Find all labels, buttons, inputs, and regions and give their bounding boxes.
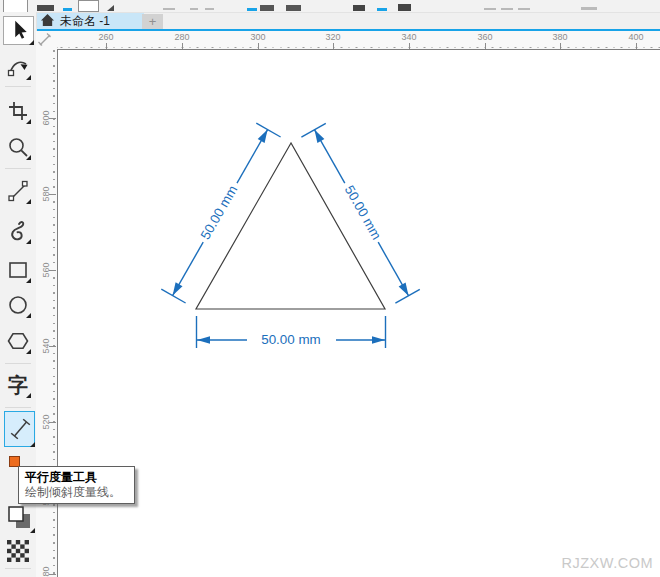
toolbox-divider <box>5 407 31 408</box>
toolbar-icon-fragment <box>190 8 198 10</box>
horizontal-ruler[interactable]: 260280300320340360380400 <box>57 31 660 50</box>
transparency-tool-icon <box>7 540 29 562</box>
toolbar-icon-fragment <box>205 8 214 10</box>
toolbar-icon-fragment <box>501 8 513 10</box>
toolbar-icon-fragment <box>78 0 99 12</box>
toolbar-icon-fragment <box>163 8 175 10</box>
h-ruler-label: 360 <box>477 32 492 42</box>
parallel-dimension-tool[interactable] <box>4 411 35 447</box>
toolbox-divider <box>5 86 31 87</box>
document-tab[interactable]: 未命名 -1 <box>36 13 144 30</box>
pick-tool-icon <box>7 19 29 41</box>
flyout-indicator <box>26 155 31 160</box>
tooltip-body: 绘制倾斜度量线。 <box>25 485 128 499</box>
flyout-indicator <box>26 349 31 354</box>
drop-shadow-tool[interactable] <box>6 504 34 532</box>
h-ruler-label: 300 <box>250 32 265 42</box>
v-ruler-major-tick <box>49 118 56 119</box>
document-tab-bar: 未命名 -1 + <box>36 13 660 29</box>
toolbox-divider <box>5 568 31 569</box>
ellipse-tool[interactable] <box>6 293 30 317</box>
drawing-canvas[interactable]: 50.00 mm 50.00 mm 50.00 mm RJZXW.COM <box>58 50 660 577</box>
v-ruler-major-tick <box>49 346 56 347</box>
h-ruler-major-tick <box>560 43 561 49</box>
flyout-indicator <box>26 393 31 398</box>
flyout-indicator <box>26 278 31 283</box>
h-ruler-label: 320 <box>325 32 340 42</box>
transparency-tool[interactable] <box>7 540 29 562</box>
h-ruler-major-tick <box>106 43 107 49</box>
h-ruler-major-tick <box>182 43 183 49</box>
pick-tool[interactable] <box>3 16 34 45</box>
flyout-indicator <box>29 40 34 45</box>
rectangle-tool[interactable] <box>6 258 30 282</box>
v-ruler-label: 480 <box>40 564 52 577</box>
h-ruler-major-tick <box>258 43 259 49</box>
toolbar-icon-fragment <box>377 8 387 11</box>
dimension-label-left: 50.00 mm <box>198 183 241 242</box>
toolbar-icon-fragment <box>518 8 530 10</box>
text-tool-icon: 字 <box>8 374 28 396</box>
h-ruler-major-tick <box>333 43 334 49</box>
tool-tooltip: 平行度量工具 绘制倾斜度量线。 <box>18 466 135 504</box>
toolbox-divider <box>5 363 31 364</box>
toolbar-icon-fragment <box>353 5 365 11</box>
parallel-dimension-tool-icon <box>8 416 32 442</box>
dimension-label-bottom: 50.00 mm <box>261 332 321 347</box>
toolbar-icon-fragment <box>37 5 54 11</box>
flyout-indicator <box>26 119 31 124</box>
h-ruler-label: 380 <box>552 32 567 42</box>
h-ruler-label: 340 <box>401 32 416 42</box>
toolbox-divider <box>5 168 31 169</box>
toolbar-icon-fragment <box>247 8 257 11</box>
flyout-indicator <box>26 75 31 80</box>
curve-tool[interactable] <box>6 219 30 243</box>
toolbar-icon-fragment <box>398 4 411 11</box>
watermark: RJZXW.COM <box>562 555 654 571</box>
flyout-indicator <box>26 199 31 204</box>
ruler-origin-corner[interactable] <box>36 31 57 49</box>
h-ruler-label: 260 <box>98 32 113 42</box>
toolbar-icon-fragment <box>107 5 114 11</box>
flyout-indicator <box>26 239 31 244</box>
toolbar-icon-fragment <box>581 7 597 10</box>
toolbar-icon-fragment <box>286 5 301 11</box>
v-ruler-major-tick <box>49 422 56 423</box>
text-tool[interactable]: 字 <box>6 373 30 397</box>
h-ruler-major-tick <box>409 43 410 49</box>
flyout-indicator <box>30 442 35 447</box>
crop-tool[interactable] <box>6 99 30 123</box>
line-tool[interactable] <box>6 179 30 203</box>
ruler-origin-icon <box>36 31 54 49</box>
zoom-tool[interactable] <box>6 135 30 159</box>
h-ruler-major-tick <box>636 43 637 49</box>
shape-tool[interactable] <box>6 55 30 79</box>
h-ruler-major-tick <box>485 43 486 49</box>
tab-title: 未命名 -1 <box>60 13 110 30</box>
flyout-indicator <box>30 528 35 533</box>
top-toolbar-clipped[interactable] <box>0 0 660 13</box>
new-tab-button[interactable]: + <box>142 14 163 30</box>
horizontal-ruler-ticks <box>57 47 660 49</box>
toolbar-icon-fragment <box>484 8 496 10</box>
v-ruler-major-tick <box>49 194 56 195</box>
h-ruler-label: 400 <box>628 32 643 42</box>
toolbar-icon-fragment <box>63 8 72 11</box>
h-ruler-label: 280 <box>174 32 189 42</box>
triangle-shape[interactable] <box>196 143 385 309</box>
dimension-label-right: 50.00 mm <box>342 183 385 242</box>
toolbar-icon-fragment <box>260 5 274 11</box>
v-ruler-major-tick <box>49 574 56 575</box>
flyout-indicator <box>26 313 31 318</box>
home-icon[interactable] <box>40 13 55 31</box>
v-ruler-major-tick <box>49 270 56 271</box>
polygon-tool[interactable] <box>6 329 30 353</box>
tooltip-title: 平行度量工具 <box>25 470 128 485</box>
